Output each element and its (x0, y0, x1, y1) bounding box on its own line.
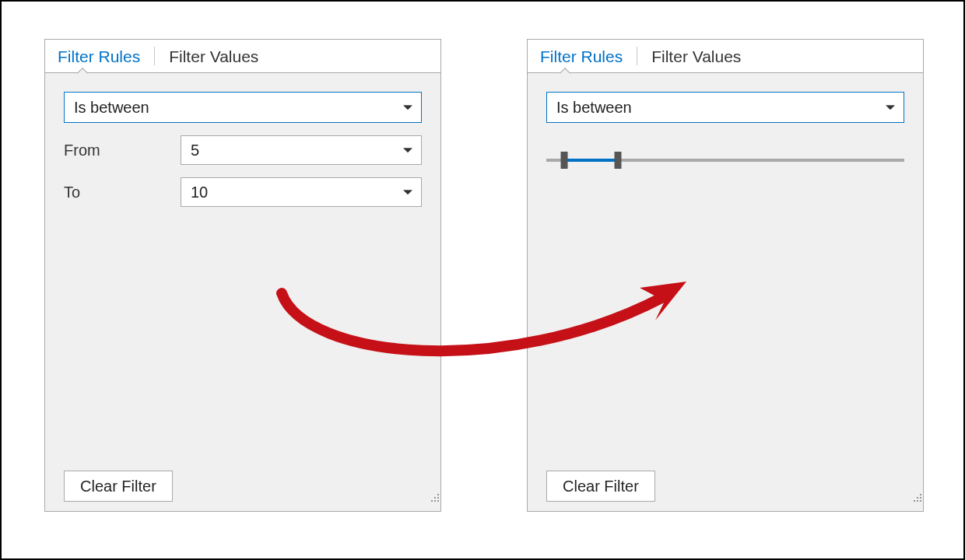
tab-filter-values[interactable]: Filter Values (651, 48, 741, 65)
resize-grip[interactable] (429, 492, 440, 503)
svg-point-6 (920, 494, 921, 495)
svg-point-2 (437, 497, 439, 499)
tab-filter-rules[interactable]: Filter Rules (58, 48, 140, 65)
range-slider[interactable] (546, 151, 904, 170)
svg-point-0 (437, 494, 439, 495)
clear-filter-button[interactable]: Clear Filter (64, 471, 173, 502)
svg-point-9 (914, 500, 915, 502)
svg-point-3 (431, 500, 433, 502)
to-value-combo[interactable]: 10 (181, 177, 422, 207)
tab-filter-values[interactable]: Filter Values (169, 48, 258, 65)
svg-point-5 (437, 500, 439, 502)
from-label: From (64, 142, 181, 159)
from-value: 5 (191, 142, 199, 159)
rule-combo-value: Is between (556, 99, 632, 117)
svg-point-11 (920, 500, 921, 502)
transition-arrow-icon (274, 274, 694, 390)
resize-grip[interactable] (911, 492, 923, 503)
tab-separator (154, 47, 155, 65)
svg-point-7 (917, 497, 918, 499)
range-thumb-low[interactable] (561, 152, 568, 169)
tab-strip: Filter Rules Filter Values (528, 40, 923, 73)
tab-filter-rules[interactable]: Filter Rules (540, 48, 623, 65)
svg-point-1 (434, 497, 436, 499)
to-label: To (64, 184, 181, 201)
clear-filter-button[interactable]: Clear Filter (546, 471, 655, 502)
chevron-down-icon (402, 140, 413, 158)
svg-point-10 (917, 500, 918, 502)
rule-combo-value: Is between (74, 99, 149, 117)
range-thumb-high[interactable] (615, 152, 622, 169)
chevron-down-icon (885, 97, 896, 115)
chevron-down-icon (402, 97, 413, 115)
tab-separator (637, 47, 637, 65)
svg-point-8 (920, 497, 921, 499)
to-value: 10 (191, 184, 208, 201)
rule-combo[interactable]: Is between (64, 92, 422, 123)
svg-point-4 (434, 500, 436, 502)
range-fill (564, 159, 618, 162)
from-value-combo[interactable]: 5 (181, 135, 422, 165)
rule-combo[interactable]: Is between (546, 92, 904, 123)
tab-strip: Filter Rules Filter Values (45, 40, 440, 73)
chevron-down-icon (402, 182, 413, 200)
